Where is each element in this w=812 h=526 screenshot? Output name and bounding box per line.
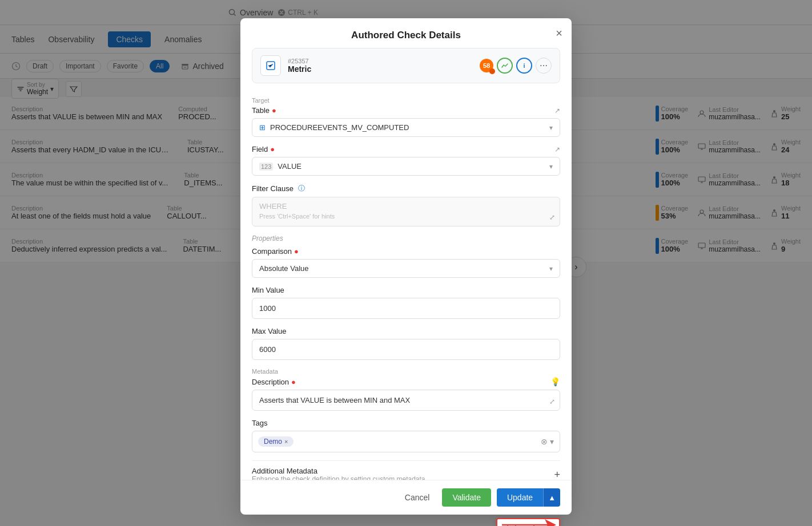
cancel-button[interactable]: Cancel — [398, 488, 437, 507]
comparison-label-text: Comparison — [252, 247, 292, 256]
activate-dropdown[interactable]: Activate — [496, 518, 560, 526]
table-select[interactable]: ⊞ PROCEDUREEVENTS_MV_COMPUTED ▾ — [252, 118, 560, 137]
field-required-marker: ● — [270, 145, 275, 153]
alert-badge[interactable]: 58 — [480, 59, 493, 72]
metadata-section-label: Metadata — [252, 368, 560, 375]
lightbulb-icon[interactable]: 💡 — [550, 377, 560, 386]
field-chevron-icon: ▾ — [549, 163, 553, 171]
filter-clause-placeholder: WHERE — [259, 202, 287, 211]
tags-field-group: Tags Demo × ⊗ ▾ — [252, 419, 560, 452]
filter-clause-label-text: Filter Clause — [252, 184, 294, 193]
check-square-icon — [266, 60, 276, 71]
max-value-label: Max Value — [252, 327, 560, 335]
description-value: Asserts that VALUE is between MIN and MA… — [259, 396, 410, 404]
field-field-group: Field ● ↗ 123 VALUE ▾ — [252, 145, 560, 176]
check-badges: 58 i ⋯ — [480, 58, 552, 74]
description-input[interactable]: Asserts that VALUE is between MIN and MA… — [252, 390, 560, 411]
table-link-icon[interactable]: ↗ — [554, 107, 560, 115]
tags-input[interactable]: Demo × ⊗ ▾ — [252, 431, 560, 452]
warning-icon — [489, 68, 495, 74]
min-value-label: Min Value — [252, 286, 560, 294]
close-button[interactable]: × — [556, 27, 562, 39]
activate-check-icon — [507, 524, 517, 526]
check-icon-box — [260, 55, 281, 76]
table-field-label: Table ● ↗ — [252, 106, 560, 115]
field-select-value: VALUE — [278, 162, 302, 171]
check-id: #25357 — [288, 58, 473, 64]
comparison-label: Comparison ● — [252, 247, 560, 256]
target-section-label: Target — [252, 97, 560, 104]
check-info: #25357 Metric — [288, 58, 473, 74]
properties-section-label: Properties — [252, 234, 560, 242]
modal-body: Target Table ● ↗ ⊞ PROCEDUREEVENTS_MV_CO… — [240, 90, 572, 480]
table-chevron-icon: ▾ — [549, 124, 553, 132]
tags-label: Tags — [252, 419, 560, 427]
table-field-group: Table ● ↗ ⊞ PROCEDUREEVENTS_MV_COMPUTED … — [252, 106, 560, 137]
update-button[interactable]: Update — [497, 488, 543, 507]
comparison-select[interactable]: Absolute Value ▾ — [252, 259, 560, 278]
filter-clause-label: Filter Clause ⓘ — [252, 184, 560, 193]
field-label-text: Field — [252, 145, 268, 153]
update-arrow-icon: ▲ — [548, 493, 556, 502]
description-required-marker: ● — [291, 378, 296, 386]
max-value-group: Max Value — [252, 327, 560, 360]
additional-meta-title: Additional Metadata — [252, 467, 425, 475]
ellipsis-icon: ⋯ — [540, 61, 548, 70]
modal-title: Authored Check Details — [351, 30, 461, 41]
more-options-button[interactable]: ⋯ — [536, 58, 552, 74]
tags-clear-icon[interactable]: ⊗ — [541, 437, 548, 446]
tags-chevron-icon[interactable]: ▾ — [550, 437, 554, 446]
additional-metadata-section: Additional Metadata Enhance the check de… — [252, 460, 560, 480]
add-metadata-button[interactable]: + — [554, 469, 560, 480]
update-button-group: Update ▲ — [497, 488, 560, 507]
additional-meta-subtitle: Enhance the check definition by setting … — [252, 475, 425, 480]
modal-footer: Cancel Validate Update ▲ Activate — [240, 480, 572, 515]
min-value-group: Min Value — [252, 286, 560, 319]
table-select-value: PROCEDUREEVENTS_MV_COMPUTED — [270, 123, 409, 132]
description-label-text: Description — [252, 378, 289, 386]
check-card: #25357 Metric 58 i ⋯ — [252, 48, 560, 83]
chart-icon — [501, 62, 508, 69]
filter-clause-input[interactable]: WHERE Press 'Ctrl+Space' for hints ⤢ — [252, 197, 560, 226]
min-value-input[interactable] — [252, 298, 560, 319]
filter-clause-hint: Press 'Ctrl+Space' for hints — [259, 213, 553, 220]
filter-clause-group: Filter Clause ⓘ WHERE Press 'Ctrl+Space'… — [252, 184, 560, 226]
modal-header: Authored Check Details × — [240, 18, 572, 48]
field-select[interactable]: 123 VALUE ▾ — [252, 157, 560, 176]
table-label-text: Table — [252, 106, 270, 115]
chart-badge[interactable] — [497, 58, 513, 74]
field-link-icon[interactable]: ↗ — [554, 145, 560, 153]
info-badge[interactable]: i — [516, 58, 532, 74]
comparison-chevron-icon: ▾ — [549, 265, 553, 273]
table-required-marker: ● — [272, 106, 276, 115]
info-icon: i — [523, 62, 525, 69]
description-field-group: Description ● 💡 Asserts that VALUE is be… — [252, 377, 560, 411]
modal-dialog: Authored Check Details × #25357 Metric 5… — [240, 18, 572, 515]
comparison-field-group: Comparison ● Absolute Value ▾ — [252, 247, 560, 278]
tag-remove-button[interactable]: × — [284, 438, 288, 445]
tag-chip-demo: Demo × — [258, 436, 294, 447]
field-label: Field ● ↗ — [252, 145, 560, 153]
comparison-required-marker: ● — [294, 247, 299, 256]
description-expand-icon: ⤢ — [549, 398, 555, 406]
description-label: Description ● 💡 — [252, 377, 560, 386]
update-dropdown-button[interactable]: ▲ — [543, 488, 560, 507]
max-value-input[interactable] — [252, 339, 560, 360]
validate-button[interactable]: Validate — [442, 488, 491, 507]
expand-icon: ⤢ — [549, 213, 555, 221]
filter-clause-info-icon[interactable]: ⓘ — [298, 184, 305, 193]
check-type: Metric — [288, 64, 473, 74]
field-type-icon: 123 — [259, 163, 273, 171]
tags-controls: ⊗ ▾ — [541, 437, 554, 446]
comparison-select-value: Absolute Value — [259, 264, 309, 273]
table-grid-icon: ⊞ — [259, 123, 266, 132]
tag-value: Demo — [264, 438, 282, 446]
